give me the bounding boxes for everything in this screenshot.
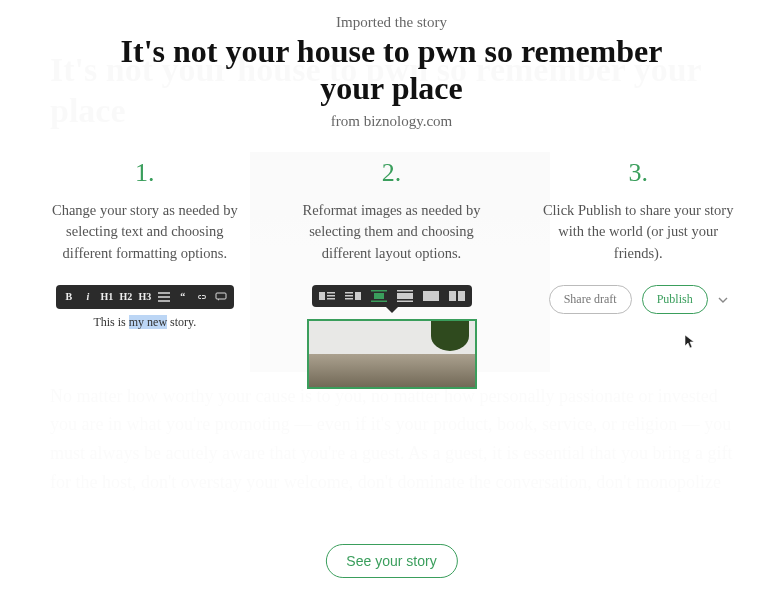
- svg-rect-12: [397, 290, 413, 292]
- step-1-demo: B i H1 H2 H3 “ Th: [56, 285, 234, 330]
- comment-button[interactable]: [212, 288, 230, 306]
- step-3-number: 3.: [628, 158, 648, 188]
- svg-rect-8: [345, 298, 353, 300]
- publish-button[interactable]: Publish: [642, 285, 708, 314]
- sample-suffix: story.: [167, 315, 196, 329]
- sample-highlight: my new: [129, 315, 167, 329]
- text-format-toolbar: B i H1 H2 H3 “: [56, 285, 234, 309]
- svg-rect-17: [458, 291, 465, 301]
- steps-row: 1. Change your story as needed by select…: [32, 158, 752, 389]
- layout-inline-right-button[interactable]: [344, 289, 362, 303]
- h3-button[interactable]: H3: [136, 288, 154, 306]
- step-2-number: 2.: [382, 158, 402, 188]
- step-1-number: 1.: [135, 158, 155, 188]
- h1-button[interactable]: H1: [98, 288, 116, 306]
- see-your-story-button[interactable]: See your story: [325, 544, 457, 578]
- svg-rect-2: [327, 292, 335, 294]
- chevron-down-icon[interactable]: [718, 292, 728, 307]
- import-overlay: Imported the story It's not your house t…: [0, 0, 783, 598]
- layout-grid-button[interactable]: [448, 289, 466, 303]
- step-2: 2. Reformat images as needed by selectin…: [278, 158, 505, 389]
- share-draft-button[interactable]: Share draft: [549, 285, 632, 314]
- sample-image[interactable]: [307, 319, 477, 389]
- imported-label: Imported the story: [336, 14, 447, 31]
- bold-button[interactable]: B: [60, 288, 78, 306]
- svg-rect-9: [371, 290, 387, 292]
- story-title: It's not your house to pwn so remember y…: [112, 33, 672, 107]
- svg-rect-13: [397, 293, 413, 299]
- svg-rect-11: [371, 300, 387, 302]
- svg-rect-5: [355, 292, 361, 300]
- from-line: from biznology.com: [331, 113, 453, 130]
- svg-rect-3: [327, 295, 335, 297]
- svg-rect-1: [319, 292, 325, 300]
- step-3: 3. Click Publish to share your story wit…: [525, 158, 752, 389]
- svg-rect-14: [397, 300, 413, 302]
- italic-button[interactable]: i: [79, 288, 97, 306]
- step-1-desc: Change your story as needed by selecting…: [40, 200, 250, 265]
- step-1: 1. Change your story as needed by select…: [32, 158, 259, 389]
- layout-inline-left-button[interactable]: [318, 289, 336, 303]
- h2-button[interactable]: H2: [117, 288, 135, 306]
- from-domain: biznology.com: [364, 113, 453, 129]
- image-layout-toolbar: [312, 285, 472, 307]
- svg-rect-16: [449, 291, 456, 301]
- step-2-demo: [307, 285, 477, 389]
- sample-prefix: This is: [93, 315, 128, 329]
- svg-rect-10: [374, 293, 384, 299]
- svg-rect-15: [423, 291, 439, 301]
- align-button[interactable]: [155, 288, 173, 306]
- publish-row: Share draft Publish: [549, 285, 728, 314]
- step-3-desc: Click Publish to share your story with t…: [533, 200, 743, 265]
- step-2-desc: Reformat images as needed by selecting t…: [287, 200, 497, 265]
- layout-full-button[interactable]: [422, 289, 440, 303]
- link-button[interactable]: [193, 288, 211, 306]
- svg-rect-6: [345, 292, 353, 294]
- layout-center-button[interactable]: [370, 289, 388, 303]
- sample-text: This is my new story.: [93, 315, 196, 330]
- from-prefix: from: [331, 113, 364, 129]
- layout-wide-button[interactable]: [396, 289, 414, 303]
- svg-rect-4: [327, 298, 335, 300]
- svg-rect-7: [345, 295, 353, 297]
- svg-rect-0: [216, 293, 226, 299]
- cursor-icon: [683, 334, 697, 350]
- quote-button[interactable]: “: [174, 288, 192, 306]
